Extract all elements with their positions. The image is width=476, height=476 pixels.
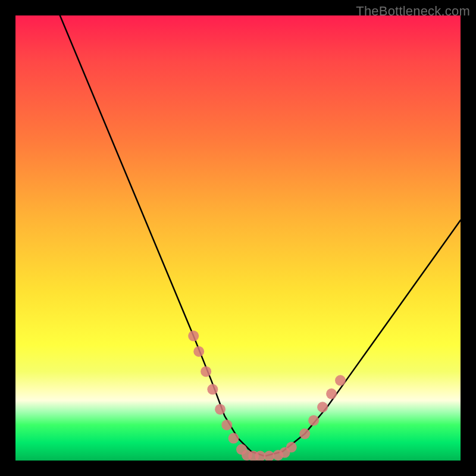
watermark-text: TheBottleneck.com xyxy=(356,4,470,19)
data-marker xyxy=(207,384,218,394)
curve-layer xyxy=(15,15,461,461)
data-marker xyxy=(273,450,283,461)
data-marker xyxy=(236,444,247,455)
data-marker xyxy=(248,451,259,461)
data-marker xyxy=(201,366,211,377)
data-marker xyxy=(221,419,232,430)
data-marker xyxy=(255,451,265,461)
data-marker xyxy=(335,375,346,386)
data-marker xyxy=(299,428,310,439)
data-marker xyxy=(308,415,319,426)
chart-frame: TheBottleneck.com xyxy=(0,0,476,476)
data-marker xyxy=(228,433,239,444)
bottleneck-curve xyxy=(60,15,461,456)
data-marker xyxy=(264,451,274,461)
data-marker xyxy=(242,450,252,461)
plot-area xyxy=(15,15,461,461)
data-marker xyxy=(286,442,297,453)
data-marker xyxy=(326,389,337,399)
data-marker xyxy=(215,404,226,415)
data-marker xyxy=(188,331,199,342)
data-marker xyxy=(193,346,204,357)
data-marker xyxy=(280,447,290,458)
data-marker xyxy=(317,402,328,412)
